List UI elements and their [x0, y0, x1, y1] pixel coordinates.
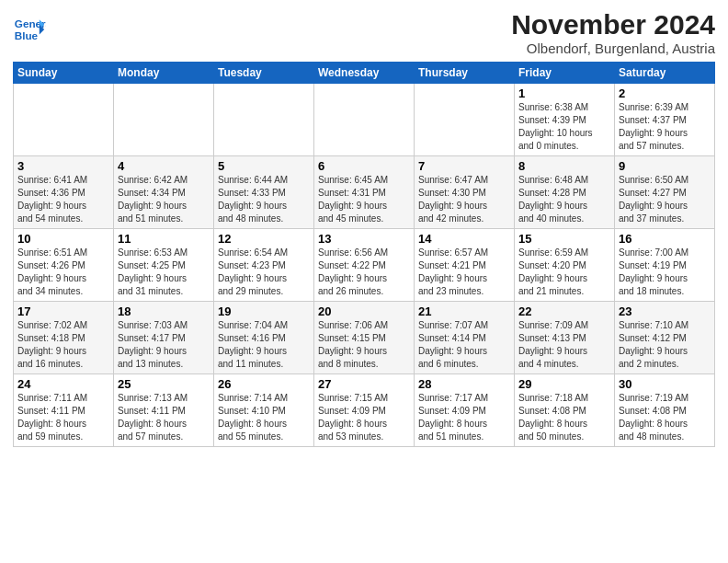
day-header-saturday: Saturday	[615, 63, 715, 84]
calendar-cell: 28Sunrise: 7:17 AMSunset: 4:09 PMDayligh…	[415, 374, 515, 447]
day-info: Sunrise: 6:56 AMSunset: 4:22 PMDaylight:…	[318, 247, 410, 298]
calendar-cell	[415, 84, 515, 156]
day-info: Sunrise: 6:41 AMSunset: 4:36 PMDaylight:…	[17, 174, 109, 225]
day-info: Sunrise: 7:18 AMSunset: 4:08 PMDaylight:…	[518, 392, 610, 443]
calendar-cell: 22Sunrise: 7:09 AMSunset: 4:13 PMDayligh…	[515, 302, 615, 374]
day-number: 22	[518, 304, 610, 318]
calendar-cell: 26Sunrise: 7:14 AMSunset: 4:10 PMDayligh…	[214, 374, 314, 447]
calendar-cell: 19Sunrise: 7:04 AMSunset: 4:16 PMDayligh…	[214, 302, 314, 374]
calendar-cell: 3Sunrise: 6:41 AMSunset: 4:36 PMDaylight…	[14, 156, 114, 229]
day-info: Sunrise: 6:48 AMSunset: 4:28 PMDaylight:…	[518, 174, 610, 225]
calendar-cell: 27Sunrise: 7:15 AMSunset: 4:09 PMDayligh…	[314, 374, 415, 447]
day-info: Sunrise: 7:10 AMSunset: 4:12 PMDaylight:…	[619, 319, 711, 371]
day-number: 7	[418, 159, 510, 173]
day-info: Sunrise: 7:15 AMSunset: 4:09 PMDaylight:…	[318, 392, 410, 443]
day-info: Sunrise: 6:54 AMSunset: 4:23 PMDaylight:…	[218, 247, 310, 298]
day-number: 18	[118, 304, 210, 318]
day-info: Sunrise: 7:00 AMSunset: 4:19 PMDaylight:…	[619, 247, 711, 298]
day-number: 3	[17, 159, 109, 173]
day-number: 19	[218, 304, 310, 318]
calendar-cell: 18Sunrise: 7:03 AMSunset: 4:17 PMDayligh…	[114, 302, 214, 374]
day-info: Sunrise: 6:51 AMSunset: 4:26 PMDaylight:…	[17, 247, 109, 298]
week-row-1: 1Sunrise: 6:38 AMSunset: 4:39 PMDaylight…	[14, 84, 715, 156]
calendar-cell: 8Sunrise: 6:48 AMSunset: 4:28 PMDaylight…	[515, 156, 615, 229]
day-header-sunday: Sunday	[14, 63, 114, 84]
day-number: 23	[619, 304, 711, 318]
day-info: Sunrise: 6:50 AMSunset: 4:27 PMDaylight:…	[619, 174, 711, 225]
day-info: Sunrise: 6:38 AMSunset: 4:39 PMDaylight:…	[518, 101, 610, 153]
day-number: 28	[418, 377, 510, 391]
day-number: 9	[619, 159, 711, 173]
day-header-thursday: Thursday	[415, 63, 515, 84]
calendar-cell: 14Sunrise: 6:57 AMSunset: 4:21 PMDayligh…	[415, 229, 515, 302]
day-number: 30	[619, 377, 711, 391]
calendar-cell: 4Sunrise: 6:42 AMSunset: 4:34 PMDaylight…	[114, 156, 214, 229]
day-number: 27	[318, 377, 410, 391]
week-row-3: 10Sunrise: 6:51 AMSunset: 4:26 PMDayligh…	[14, 229, 715, 302]
day-info: Sunrise: 6:39 AMSunset: 4:37 PMDaylight:…	[619, 101, 711, 153]
page-title: November 2024	[511, 9, 715, 40]
day-number: 12	[218, 232, 310, 246]
calendar-cell: 2Sunrise: 6:39 AMSunset: 4:37 PMDaylight…	[615, 84, 715, 156]
day-info: Sunrise: 6:47 AMSunset: 4:30 PMDaylight:…	[418, 174, 510, 225]
calendar-cell: 10Sunrise: 6:51 AMSunset: 4:26 PMDayligh…	[14, 229, 114, 302]
day-info: Sunrise: 7:03 AMSunset: 4:17 PMDaylight:…	[118, 319, 210, 371]
calendar-cell: 11Sunrise: 6:53 AMSunset: 4:25 PMDayligh…	[114, 229, 214, 302]
calendar-cell: 13Sunrise: 6:56 AMSunset: 4:22 PMDayligh…	[314, 229, 415, 302]
day-info: Sunrise: 7:17 AMSunset: 4:09 PMDaylight:…	[418, 392, 510, 443]
calendar-cell	[114, 84, 214, 156]
header: General Blue November 2024 Olbendorf, Bu…	[13, 9, 715, 56]
day-info: Sunrise: 6:53 AMSunset: 4:25 PMDaylight:…	[118, 247, 210, 298]
day-info: Sunrise: 7:09 AMSunset: 4:13 PMDaylight:…	[518, 319, 610, 371]
calendar-cell: 20Sunrise: 7:06 AMSunset: 4:15 PMDayligh…	[314, 302, 415, 374]
title-block: November 2024 Olbendorf, Burgenland, Aus…	[511, 9, 715, 56]
calendar-cell: 12Sunrise: 6:54 AMSunset: 4:23 PMDayligh…	[214, 229, 314, 302]
day-info: Sunrise: 7:11 AMSunset: 4:11 PMDaylight:…	[17, 392, 109, 443]
day-number: 13	[318, 232, 410, 246]
day-number: 29	[518, 377, 610, 391]
calendar-cell: 16Sunrise: 7:00 AMSunset: 4:19 PMDayligh…	[615, 229, 715, 302]
day-number: 4	[118, 159, 210, 173]
page-subtitle: Olbendorf, Burgenland, Austria	[511, 40, 715, 56]
day-info: Sunrise: 7:07 AMSunset: 4:14 PMDaylight:…	[418, 319, 510, 371]
logo: General Blue	[13, 13, 46, 46]
calendar-cell	[314, 84, 415, 156]
week-row-4: 17Sunrise: 7:02 AMSunset: 4:18 PMDayligh…	[14, 302, 715, 374]
week-row-2: 3Sunrise: 6:41 AMSunset: 4:36 PMDaylight…	[14, 156, 715, 229]
calendar-cell: 5Sunrise: 6:44 AMSunset: 4:33 PMDaylight…	[214, 156, 314, 229]
day-info: Sunrise: 6:45 AMSunset: 4:31 PMDaylight:…	[318, 174, 410, 225]
week-row-5: 24Sunrise: 7:11 AMSunset: 4:11 PMDayligh…	[14, 374, 715, 447]
day-number: 2	[619, 86, 711, 100]
calendar-cell: 29Sunrise: 7:18 AMSunset: 4:08 PMDayligh…	[515, 374, 615, 447]
day-number: 21	[418, 304, 510, 318]
calendar-cell: 21Sunrise: 7:07 AMSunset: 4:14 PMDayligh…	[415, 302, 515, 374]
day-number: 26	[218, 377, 310, 391]
day-info: Sunrise: 6:57 AMSunset: 4:21 PMDaylight:…	[418, 247, 510, 298]
day-number: 8	[518, 159, 610, 173]
day-header-tuesday: Tuesday	[214, 63, 314, 84]
calendar-cell: 6Sunrise: 6:45 AMSunset: 4:31 PMDaylight…	[314, 156, 415, 229]
day-header-monday: Monday	[114, 63, 214, 84]
calendar-cell: 24Sunrise: 7:11 AMSunset: 4:11 PMDayligh…	[14, 374, 114, 447]
day-number: 16	[619, 232, 711, 246]
day-info: Sunrise: 7:19 AMSunset: 4:08 PMDaylight:…	[619, 392, 711, 443]
calendar-table: SundayMondayTuesdayWednesdayThursdayFrid…	[13, 62, 715, 447]
calendar-cell: 15Sunrise: 6:59 AMSunset: 4:20 PMDayligh…	[515, 229, 615, 302]
day-number: 14	[418, 232, 510, 246]
calendar-cell: 9Sunrise: 6:50 AMSunset: 4:27 PMDaylight…	[615, 156, 715, 229]
calendar-cell	[214, 84, 314, 156]
day-number: 25	[118, 377, 210, 391]
day-info: Sunrise: 6:42 AMSunset: 4:34 PMDaylight:…	[118, 174, 210, 225]
day-number: 17	[17, 304, 109, 318]
day-info: Sunrise: 7:06 AMSunset: 4:15 PMDaylight:…	[318, 319, 410, 371]
calendar-cell	[14, 84, 114, 156]
day-info: Sunrise: 6:59 AMSunset: 4:20 PMDaylight:…	[518, 247, 610, 298]
day-number: 11	[118, 232, 210, 246]
day-number: 5	[218, 159, 310, 173]
day-info: Sunrise: 7:02 AMSunset: 4:18 PMDaylight:…	[17, 319, 109, 371]
calendar-cell: 25Sunrise: 7:13 AMSunset: 4:11 PMDayligh…	[114, 374, 214, 447]
day-number: 1	[518, 86, 610, 100]
svg-text:Blue: Blue	[15, 29, 39, 41]
day-number: 24	[17, 377, 109, 391]
day-info: Sunrise: 6:44 AMSunset: 4:33 PMDaylight:…	[218, 174, 310, 225]
